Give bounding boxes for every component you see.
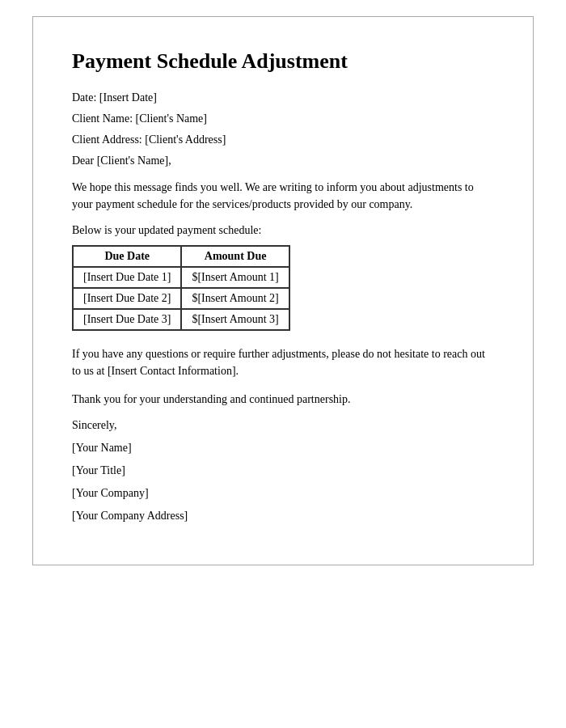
sincerely-label: Sincerely, (72, 419, 494, 432)
signer-title: [Your Title] (72, 464, 494, 477)
document-container: Payment Schedule Adjustment Date: [Inser… (32, 16, 534, 565)
signer-address: [Your Company Address] (72, 510, 494, 523)
table-row: [Insert Due Date 3] $[Insert Amount 3] (73, 309, 289, 330)
date-line: Date: [Insert Date] (72, 91, 494, 104)
signature-block: Sincerely, [Your Name] [Your Title] [You… (72, 419, 494, 523)
col-header-due-date: Due Date (73, 246, 181, 267)
signer-company: [Your Company] (72, 487, 494, 500)
amount-3: $[Insert Amount 3] (181, 309, 289, 330)
signer-name: [Your Name] (72, 442, 494, 455)
intro-paragraph: We hope this message finds you well. We … (72, 179, 494, 213)
salutation: Dear [Client's Name], (72, 154, 494, 167)
table-row: [Insert Due Date 2] $[Insert Amount 2] (73, 288, 289, 309)
thank-you-paragraph: Thank you for your understanding and con… (72, 391, 494, 408)
amount-2: $[Insert Amount 2] (181, 288, 289, 309)
contact-paragraph: If you have any questions or require fur… (72, 345, 494, 379)
payment-schedule-table: Due Date Amount Due [Insert Due Date 1] … (72, 245, 290, 331)
document-title: Payment Schedule Adjustment (72, 49, 494, 74)
due-date-1: [Insert Due Date 1] (73, 267, 181, 288)
table-row: [Insert Due Date 1] $[Insert Amount 1] (73, 267, 289, 288)
client-address-line: Client Address: [Client's Address] (72, 133, 494, 146)
due-date-2: [Insert Due Date 2] (73, 288, 181, 309)
schedule-intro: Below is your updated payment schedule: (72, 224, 494, 237)
client-name-line: Client Name: [Client's Name] (72, 112, 494, 125)
col-header-amount-due: Amount Due (181, 246, 289, 267)
amount-1: $[Insert Amount 1] (181, 267, 289, 288)
due-date-3: [Insert Due Date 3] (73, 309, 181, 330)
